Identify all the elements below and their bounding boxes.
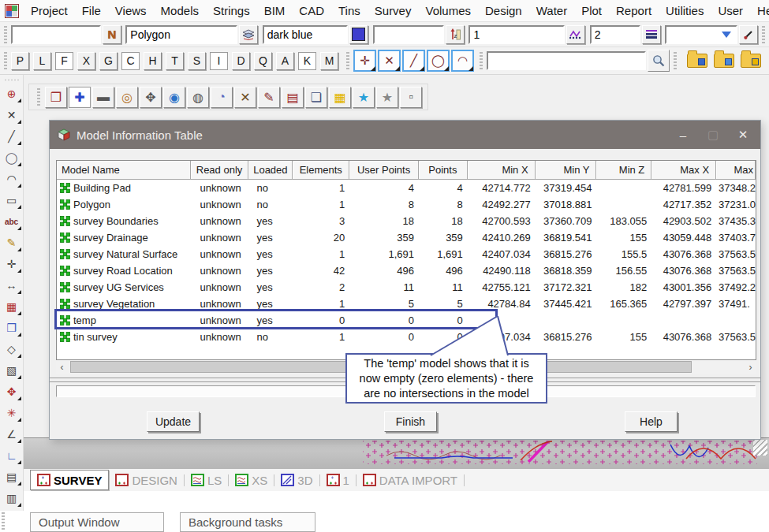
toolbar-grip[interactable]	[762, 26, 765, 43]
left-tool-button[interactable]: ▥	[2, 489, 21, 507]
view-tool-button[interactable]: ◎	[116, 87, 138, 108]
menu-item[interactable]: Design	[478, 4, 529, 17]
menu-item[interactable]: Volumes	[418, 4, 478, 17]
snap-toggle-I[interactable]: I	[210, 52, 228, 70]
cad-tool-button[interactable]: ◯	[427, 50, 450, 72]
toolbar-grip[interactable]	[480, 52, 483, 69]
open-project-folder-icon[interactable]	[687, 54, 707, 68]
cad-tool-button[interactable]: ╱	[402, 50, 425, 72]
column-header[interactable]: Loaded	[248, 161, 293, 180]
table-row[interactable]: survey Boundaries unknown yes 3 18 18 42…	[57, 213, 756, 229]
column-header[interactable]: User Points	[349, 161, 419, 180]
snap-toggle-K[interactable]: K	[298, 52, 316, 70]
tab-ls[interactable]: LS	[185, 471, 228, 489]
view-tool-button[interactable]: ▤	[282, 87, 304, 108]
table-row[interactable]: survey Natural Surface unknown yes 1 1,6…	[57, 246, 756, 262]
view-tool-button[interactable]: ◍	[187, 87, 209, 108]
snap-toggle-C[interactable]: C	[121, 52, 140, 70]
linestyle-field[interactable]	[468, 25, 565, 44]
height-button[interactable]: z	[446, 25, 465, 44]
update-button[interactable]: Update	[147, 411, 200, 432]
toolbar-grip[interactable]	[674, 52, 677, 69]
model-field[interactable]	[125, 25, 237, 44]
output-window-panel[interactable]: Output Window	[30, 512, 164, 532]
toolbar-grip[interactable]	[4, 52, 7, 69]
dialog-titlebar[interactable]: Model Information Table	[50, 121, 760, 149]
toolbar-grip[interactable]	[37, 88, 40, 106]
view-tool-button[interactable]: ✚	[69, 87, 91, 108]
project-settings-folder-icon[interactable]	[714, 54, 734, 68]
left-tool-button[interactable]: ❒	[2, 319, 21, 337]
left-tool-button[interactable]: abc	[2, 213, 21, 230]
table-row[interactable]: survey Vegetation unknown yes 1 5 5 4278…	[57, 296, 756, 312]
cad-tool-button[interactable]: ✕	[378, 50, 401, 72]
left-tool-button[interactable]: ◠	[2, 170, 21, 188]
menu-item[interactable]: User	[711, 4, 750, 17]
menu-item[interactable]: File	[75, 4, 108, 17]
snap-toggle-S[interactable]: S	[188, 52, 206, 70]
tab-design[interactable]: DESIGN	[109, 471, 184, 489]
dropdown-arrow-icon[interactable]	[722, 32, 731, 38]
column-header[interactable]: Max X	[651, 161, 716, 180]
dock-grip[interactable]	[2, 512, 5, 530]
colour-field[interactable]	[263, 25, 348, 44]
extra-folder-icon[interactable]	[741, 54, 761, 68]
tab-xs[interactable]: XS	[229, 471, 274, 489]
table-row[interactable]: Polygon unknown no 1 8 8 42492.277 37018…	[57, 196, 756, 213]
left-tool-button[interactable]: ▭	[2, 192, 21, 209]
menu-item[interactable]: Survey	[368, 4, 419, 17]
minimize-button[interactable]: –	[669, 121, 697, 149]
column-header[interactable]: Min X	[468, 161, 536, 180]
column-header[interactable]: Elements	[293, 161, 349, 180]
app-icon[interactable]	[5, 4, 19, 18]
snap-toggle-G[interactable]: G	[99, 52, 118, 70]
left-tool-button[interactable]: ↔	[2, 277, 21, 294]
left-tool-button[interactable]: ⊕	[2, 85, 21, 102]
height-field[interactable]	[373, 25, 444, 44]
view-tool-button[interactable]: ◔	[211, 87, 233, 108]
left-tool-button[interactable]: ▤	[2, 468, 21, 485]
search-button[interactable]	[648, 50, 670, 72]
width-field[interactable]	[590, 25, 640, 44]
snap-toggle-H[interactable]: H	[144, 52, 162, 70]
left-tool-button[interactable]: ✥	[2, 383, 21, 400]
snap-toggle-A[interactable]: A	[276, 52, 294, 70]
tab-1[interactable]: 1	[320, 471, 356, 489]
table-row[interactable]: survey Drainage unknown yes 20 359 359 4…	[57, 229, 756, 246]
left-tool-button[interactable]: ▦	[2, 298, 21, 315]
left-tool-button[interactable]: ✛	[2, 255, 21, 273]
snap-toggle-D[interactable]: D	[232, 52, 250, 70]
maximize-button[interactable]: ▢	[699, 121, 727, 149]
left-tool-button[interactable]: ✎	[2, 234, 21, 251]
menu-item[interactable]: Help	[750, 4, 769, 17]
tab-data-import[interactable]: DATA IMPORT	[357, 471, 464, 489]
menu-item[interactable]: Models	[154, 4, 206, 17]
view-tool-button[interactable]: ▬	[92, 87, 114, 108]
search-input[interactable]	[487, 51, 646, 70]
finish-button[interactable]: Finish	[384, 411, 437, 432]
window-resize-grip[interactable]	[753, 440, 767, 456]
menu-item[interactable]: Plot	[574, 4, 609, 17]
column-header[interactable]: Min Z	[596, 161, 651, 180]
left-tool-button[interactable]: ▧	[2, 362, 21, 379]
menu-item[interactable]: Project	[24, 4, 75, 17]
cad-tool-button[interactable]: ✛	[353, 50, 376, 72]
cad-tool-button[interactable]: ◠	[451, 50, 474, 72]
column-header[interactable]: Min Y	[536, 161, 597, 180]
table-row[interactable]: survey UG Services unknown yes 2 11 11 4…	[57, 279, 756, 296]
view-tool-button[interactable]: ❏	[305, 87, 327, 108]
left-tool-button[interactable]: ∟	[2, 447, 21, 464]
menu-item[interactable]: Strings	[206, 4, 257, 17]
menu-item[interactable]: Utilities	[659, 4, 711, 17]
snap-toggle-P[interactable]: P	[11, 52, 29, 70]
left-tool-button[interactable]: ✕	[2, 106, 21, 124]
toolbar-grip[interactable]	[346, 52, 349, 69]
snap-toggle-X[interactable]: X	[77, 52, 95, 70]
view-tool-button[interactable]: ★	[376, 87, 398, 108]
left-tool-button[interactable]: ∠	[2, 426, 21, 443]
snap-toggle-M[interactable]: M	[320, 52, 338, 70]
view-tool-button[interactable]: ▦	[329, 87, 351, 108]
view-tool-button[interactable]: ✕	[234, 87, 256, 108]
menu-item[interactable]: Report	[609, 4, 659, 17]
menu-item[interactable]: BIM	[257, 4, 293, 17]
